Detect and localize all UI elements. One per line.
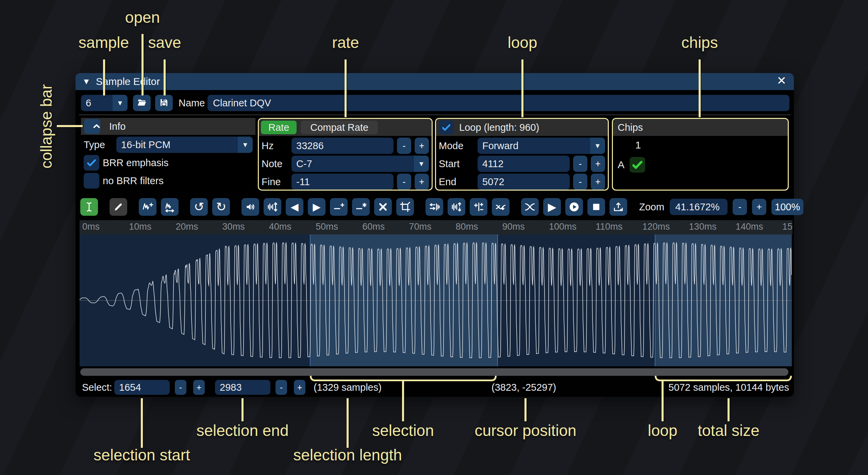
insert-silence-button[interactable] xyxy=(330,198,348,216)
annotation-selection-length: selection length xyxy=(293,446,402,464)
crossfade-icon xyxy=(524,201,536,213)
desktop-background: ▼ Sample Editor ✕ 6 ▼ Name Clarinet DQV xyxy=(0,0,868,475)
resample-button[interactable] xyxy=(161,198,179,216)
chevron-up-icon xyxy=(91,121,102,132)
export-button[interactable] xyxy=(610,198,627,216)
loop-start-input[interactable]: 4112 xyxy=(478,156,570,172)
hz-decrement-button[interactable]: - xyxy=(397,138,411,154)
loop-start-increment-button[interactable]: + xyxy=(591,156,605,172)
total-size-text: 5072 samples, 10144 bytes xyxy=(668,380,789,395)
open-sample-button[interactable] xyxy=(133,95,151,111)
chip-enable-checkbox[interactable] xyxy=(630,157,645,173)
loop-start-decrement-button[interactable]: - xyxy=(573,156,587,172)
sample-name-input[interactable]: Clarinet DQV xyxy=(207,95,789,111)
amplify-button[interactable] xyxy=(241,198,259,216)
selection-length-text: (1329 samples) xyxy=(314,380,424,395)
sample-selector[interactable]: 6 ▼ xyxy=(81,95,128,111)
loop-end-input[interactable]: 5072 xyxy=(478,174,570,190)
select-label: Select: xyxy=(82,380,112,395)
selection-start-decrement-button[interactable]: - xyxy=(175,380,186,395)
delete-button[interactable] xyxy=(374,198,392,216)
zoom-reset-button[interactable]: 100% xyxy=(771,199,803,215)
wave-plus-icon xyxy=(142,201,153,213)
titlebar[interactable]: ▼ Sample Editor ✕ xyxy=(76,73,794,90)
crossfade-button[interactable] xyxy=(521,198,539,216)
save-sample-button[interactable] xyxy=(155,95,173,111)
undo-button[interactable]: ↺ xyxy=(190,198,208,216)
zoom-in-button[interactable]: + xyxy=(752,199,766,215)
sample-editor-window: ▼ Sample Editor ✕ 6 ▼ Name Clarinet DQV xyxy=(76,73,794,397)
zoom-out-button[interactable]: - xyxy=(733,199,747,215)
waveform-canvas[interactable] xyxy=(80,234,792,366)
stop-button[interactable] xyxy=(587,198,605,216)
window-collapse-icon[interactable]: ▼ xyxy=(82,77,90,86)
fine-decrement-button[interactable]: - xyxy=(397,174,411,190)
zoom-label: Zoom xyxy=(639,201,664,213)
note-dropdown[interactable]: C-7 ▼ xyxy=(291,156,429,172)
loop-end-label: End xyxy=(439,176,474,188)
loop-enable-checkbox[interactable] xyxy=(439,120,454,135)
reverse-button[interactable] xyxy=(425,198,443,216)
chevron-down-icon[interactable]: ▼ xyxy=(590,138,605,154)
brr-emphasis-checkbox[interactable] xyxy=(84,155,99,171)
chevron-down-icon[interactable]: ▼ xyxy=(113,95,128,111)
status-row: Select: 1654 - + 2983 - + (1329 samples)… xyxy=(76,380,794,395)
fade-in-icon: ◀ xyxy=(290,202,298,212)
ruler-tick: 20ms xyxy=(176,222,198,232)
loop-panel: Loop (length: 960) Mode Forward ▼ Start … xyxy=(435,118,609,191)
scrollbar-thumb[interactable] xyxy=(80,368,788,376)
ruler-tick: 110ms xyxy=(596,222,622,232)
selection-bracket xyxy=(310,376,497,381)
sample-type-dropdown[interactable]: 16-bit PCM ▼ xyxy=(116,137,253,153)
chevron-down-icon[interactable]: ▼ xyxy=(238,137,253,153)
redo-button[interactable]: ↻ xyxy=(212,198,230,216)
hz-input[interactable]: 33286 xyxy=(291,138,394,154)
annotation-line-loop-bottom xyxy=(662,381,664,421)
fade-in-button[interactable]: ◀ xyxy=(286,198,303,216)
panels-row: Info Type 16-bit PCM ▼ BRR emphasis xyxy=(76,118,794,191)
selection-end-decrement-button[interactable]: - xyxy=(276,380,287,395)
tab-compat-rate[interactable]: Compat Rate xyxy=(301,121,378,134)
resize-button[interactable] xyxy=(139,198,156,216)
collapse-bar-button[interactable] xyxy=(84,119,100,134)
zoom-input[interactable]: 41.1672% xyxy=(670,199,728,215)
loop-end-increment-button[interactable]: + xyxy=(591,174,605,190)
selection-start-increment-button[interactable]: + xyxy=(193,380,205,395)
check-icon xyxy=(85,157,98,169)
filter-button[interactable] xyxy=(492,198,510,216)
ruler-tick: 100ms xyxy=(549,222,577,232)
annotation-line-collapse-bar xyxy=(57,125,83,127)
preview-button[interactable]: ▶ xyxy=(543,198,561,216)
preview-note-button[interactable] xyxy=(565,198,583,216)
selection-end-increment-button[interactable]: + xyxy=(294,380,305,395)
apply-silence-button[interactable] xyxy=(352,198,370,216)
annotation-cursor-position: cursor position xyxy=(474,421,576,440)
fine-input[interactable]: -11 xyxy=(291,174,394,190)
signedness-button[interactable] xyxy=(470,198,487,216)
cursor-position-text: (3823, -25297) xyxy=(491,380,602,395)
invert-button[interactable] xyxy=(448,198,465,216)
fine-increment-button[interactable]: + xyxy=(415,174,429,190)
hz-increment-button[interactable]: + xyxy=(415,138,429,154)
close-icon[interactable]: ✕ xyxy=(777,74,787,87)
chevron-down-icon[interactable]: ▼ xyxy=(414,156,429,172)
loop-end-decrement-button[interactable]: - xyxy=(573,174,587,190)
selection-end-input[interactable]: 2983 xyxy=(215,380,270,395)
undo-icon: ↺ xyxy=(194,201,204,213)
edit-draw-button[interactable] xyxy=(110,198,127,216)
no-brr-filters-checkbox[interactable] xyxy=(84,173,99,189)
loop-mode-dropdown[interactable]: Forward ▼ xyxy=(478,138,605,154)
trim-button[interactable] xyxy=(396,198,414,216)
note-label: Note xyxy=(262,158,288,170)
normalize-button[interactable] xyxy=(264,198,281,216)
selection-start-input[interactable]: 1654 xyxy=(114,380,170,395)
loop-bracket xyxy=(655,376,792,381)
fade-out-button[interactable]: ▶ xyxy=(308,198,326,216)
tab-rate[interactable]: Rate xyxy=(261,121,297,134)
annotation-loop-top: loop xyxy=(508,33,537,52)
edit-select-button[interactable] xyxy=(80,198,98,216)
annotation-sample: sample xyxy=(79,33,129,52)
sample-toolbar: ↺↻◀▶▶Zoom 41.1672% - + 100% xyxy=(76,198,794,216)
fade-out-icon: ▶ xyxy=(313,202,320,212)
wave-stretch-icon xyxy=(164,201,176,213)
